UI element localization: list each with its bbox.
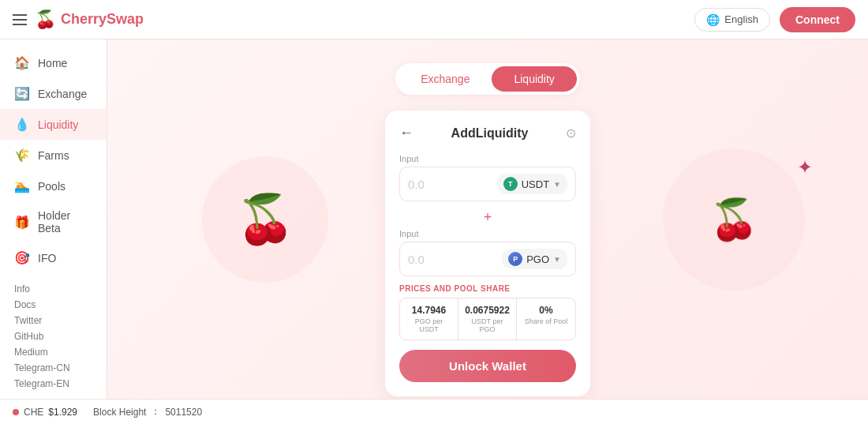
ifo-icon: 🎯 <box>14 250 30 265</box>
price3-value: 0% <box>522 305 571 316</box>
main-content: 🍒 🍒 ✦ Exchange Liquidity ← AddLiquidity … <box>107 39 868 399</box>
sidebar-item-farms[interactable]: 🌾 Farms <box>0 140 107 171</box>
price3-sublabel: Share of Pool <box>522 317 571 325</box>
unlock-wallet-button[interactable]: Unlock Wallet <box>399 350 576 382</box>
price1-value: 14.7946 <box>405 305 453 316</box>
sidebar-item-label: Farms <box>38 149 69 162</box>
connect-button[interactable]: Connect <box>780 7 855 32</box>
sidebar-item-label: Exchange <box>38 88 87 100</box>
price-cell-1: 14.7946 PGO per USDT <box>400 298 458 340</box>
header-right: 🌐 English Connect <box>694 7 855 32</box>
input2-label: Input <box>399 229 576 238</box>
logo-icon: 🍒 <box>35 9 56 30</box>
block-value: 5011520 <box>165 407 202 418</box>
input2-value[interactable]: 0.0 <box>408 253 502 266</box>
cherry-right-icon: 🍒 <box>709 197 758 242</box>
footer-link-info[interactable]: Info <box>14 281 92 297</box>
card-header: ← AddLiquidity ⊙ <box>399 125 576 141</box>
pgo-icon: P <box>508 252 522 266</box>
token-price: $1.929 <box>48 407 77 418</box>
sidebar-item-exchange[interactable]: 🔄 Exchange <box>0 78 107 109</box>
prices-label: PRICES AND POOL SHARE <box>399 284 576 293</box>
token2-selector[interactable]: P PGO ▼ <box>502 249 567 269</box>
token1-name: USDT <box>522 178 549 190</box>
sidebar-item-home[interactable]: 🏠 Home <box>0 47 107 78</box>
sidebar-footer: Info Docs Twitter GitHub Medium Telegram… <box>0 273 107 399</box>
price2-sublabel: USDT per PGO <box>463 317 511 333</box>
footer-link-telegram-en[interactable]: Telegram-EN <box>14 376 92 392</box>
header-left: 🍒 CherrySwap <box>13 9 144 30</box>
add-liquidity-card: ← AddLiquidity ⊙ Input 0.0 T USDT ▼ + <box>385 111 590 396</box>
language-label: English <box>724 13 758 25</box>
block-label: Block Height <box>93 407 146 418</box>
sidebar-item-pools[interactable]: 🏊 Pools <box>0 171 107 201</box>
sidebar-item-label: Home <box>38 57 67 69</box>
settings-icon[interactable]: ⊙ <box>566 126 576 141</box>
usdt-icon: T <box>503 177 518 191</box>
status-dot <box>13 409 19 415</box>
sidebar-item-label: Holder Beta <box>38 209 92 235</box>
exchange-icon: 🔄 <box>14 86 30 101</box>
home-icon: 🏠 <box>14 55 30 70</box>
price-cell-3: 0% Share of Pool <box>517 298 575 340</box>
tab-bar: Exchange Liquidity <box>395 63 580 95</box>
deco-left: 🍒 <box>202 156 328 283</box>
farms-icon: 🌾 <box>14 148 30 163</box>
input1-label: Input <box>399 154 576 163</box>
star-icon: ✦ <box>797 156 813 178</box>
input-group-1: Input 0.0 T USDT ▼ <box>399 154 576 201</box>
sidebar-item-liquidity[interactable]: 💧 Liquidity <box>0 109 107 140</box>
header: 🍒 CherrySwap 🌐 English Connect <box>0 0 868 39</box>
token2-name: PGO <box>526 253 549 265</box>
input2-row: 0.0 P PGO ▼ <box>399 242 576 276</box>
logo-text: CherrySwap <box>61 11 144 28</box>
logo: 🍒 CherrySwap <box>35 9 144 30</box>
layout: 🏠 Home 🔄 Exchange 💧 Liquidity 🌾 Farms 🏊 … <box>0 39 868 399</box>
price2-value: 0.0675922 <box>463 305 511 316</box>
sidebar: 🏠 Home 🔄 Exchange 💧 Liquidity 🌾 Farms 🏊 … <box>0 39 107 399</box>
token1-selector[interactable]: T USDT ▼ <box>497 174 567 194</box>
sidebar-item-label: IFO <box>38 252 56 265</box>
sidebar-item-ifo[interactable]: 🎯 IFO <box>0 242 107 273</box>
sidebar-item-holder-beta[interactable]: 🎁 Holder Beta <box>0 201 107 242</box>
footer-link-twitter[interactable]: Twitter <box>14 313 92 328</box>
menu-icon[interactable] <box>13 14 27 25</box>
input-group-2: Input 0.0 P PGO ▼ <box>399 229 576 276</box>
tab-exchange[interactable]: Exchange <box>398 66 492 92</box>
footer-link-telegram-cn[interactable]: Telegram-CN <box>14 360 92 376</box>
liquidity-icon: 💧 <box>14 117 30 132</box>
block-status: Block Height ： 5011520 <box>93 405 202 418</box>
plus-divider[interactable]: + <box>399 209 576 226</box>
footer-link-medium[interactable]: Medium <box>14 344 92 360</box>
tab-liquidity[interactable]: Liquidity <box>492 66 576 92</box>
input1-value[interactable]: 0.0 <box>408 178 497 191</box>
footer-link-docs[interactable]: Docs <box>14 297 92 313</box>
token-status: CHE $1.929 <box>13 407 77 418</box>
pools-icon: 🏊 <box>14 178 30 193</box>
cherry-left-icon: 🍒 <box>236 191 295 247</box>
token-symbol: CHE <box>24 407 43 418</box>
chevron-down-icon: ▼ <box>553 180 561 189</box>
holder-beta-icon: 🎁 <box>14 215 30 230</box>
deco-right: 🍒 ✦ <box>663 148 805 291</box>
prices-grid: 14.7946 PGO per USDT 0.0675922 USDT per … <box>399 298 576 340</box>
chevron-down-icon-2: ▼ <box>553 255 561 264</box>
prices-section: PRICES AND POOL SHARE 14.7946 PGO per US… <box>399 284 576 340</box>
footer-link-github[interactable]: GitHub <box>14 328 92 344</box>
price-cell-2: 0.0675922 USDT per PGO <box>458 298 517 340</box>
back-button[interactable]: ← <box>399 125 413 141</box>
status-bar: CHE $1.929 Block Height ： 5011520 <box>0 399 868 424</box>
card-title: AddLiquidity <box>451 126 529 141</box>
globe-icon: 🌐 <box>706 13 720 26</box>
language-button[interactable]: 🌐 English <box>694 8 770 32</box>
input1-row: 0.0 T USDT ▼ <box>399 167 576 201</box>
price1-sublabel: PGO per USDT <box>405 317 453 333</box>
sidebar-item-label: Pools <box>38 180 65 193</box>
sidebar-item-label: Liquidity <box>38 118 78 131</box>
sidebar-nav: 🏠 Home 🔄 Exchange 💧 Liquidity 🌾 Farms 🏊 … <box>0 47 107 273</box>
